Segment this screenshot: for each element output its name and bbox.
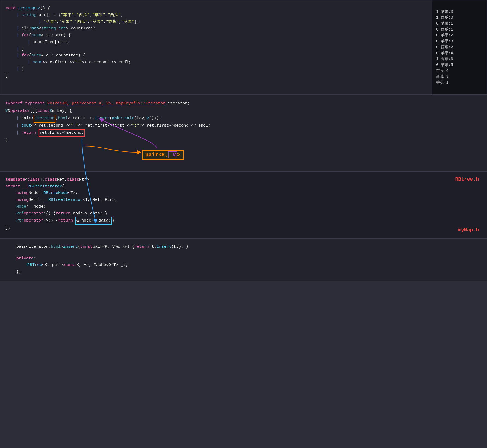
panel-rbtree: RBtree.h template < class T, class Ref, … (0, 171, 487, 238)
function-name: testMap02 (18, 5, 40, 12)
keyword: void (6, 5, 16, 12)
code-line: | for ( auto & x : arr) { (6, 32, 427, 39)
code-line: struct __RBTreeIterator { (5, 183, 482, 190)
code-line: void testMap02 () { (6, 5, 427, 12)
code-line: | cl:: map < string , int > countTree; (6, 25, 427, 32)
code-line: | cout << ret.second << " " << ret.first… (5, 123, 482, 129)
label-mymap: myMap.h (458, 227, 479, 233)
code-line: | } (6, 66, 427, 73)
gutter-bar: | (17, 66, 19, 73)
gutter-bar: | (17, 25, 19, 32)
panel-top: void testMap02 () { | string arr[] = { "… (0, 0, 487, 95)
code-line: | return ret.first->second; (5, 129, 482, 137)
gutter-bar: | (28, 39, 30, 46)
code-line: V & operator []( const K & key) { (5, 108, 482, 115)
gutter-bar: | (28, 59, 30, 66)
spacer (16, 250, 482, 255)
gutter-bar: | (16, 123, 19, 129)
code-line: | "苹果" , "苹果" , "西瓜" , "苹果" , "香蕉" , "苹果… (6, 19, 427, 26)
gutter-bar: | (17, 12, 19, 19)
code-line: RBTree <K, pair< const K, V>, MapKeyOfT>… (16, 262, 482, 269)
code-line: | for ( auto & e : countTree) { (6, 52, 427, 59)
code-line: | countTree[x]++; (6, 39, 427, 46)
code-line: }; (16, 269, 482, 276)
code-line: | pair< iterator , bool > ret = _t. Inse… (5, 115, 482, 123)
code-line: }; (5, 225, 482, 232)
code-line: } (5, 137, 482, 144)
gutter-bar: | (16, 130, 19, 136)
code-line: | } (6, 46, 427, 53)
code-line: using Self = __RBTreeIterator <T, Ref, P… (5, 197, 482, 204)
code-line: using Node = RBtreeNode <T>; (5, 190, 482, 197)
gutter-bar: | (17, 52, 19, 59)
code-line: | string arr[] = { "苹果" , "西瓜" , "苹果" , … (6, 12, 427, 19)
code-line: typedef typename RBTree<K, pair<const K,… (5, 100, 482, 107)
code-line: Ref operator *() { return _node->_data; … (5, 210, 482, 217)
output-box: 1 苹果:0 1 西瓜:0 0 苹果:1 0 西瓜:1 0 苹果:2 0 苹果:… (432, 0, 487, 94)
code-line: Node * _node; (5, 204, 482, 210)
gutter-bar: | (17, 32, 19, 39)
box-iterator: iterator (34, 115, 55, 123)
gutter-bar: | (39, 19, 41, 26)
code-line: | cout << e.first << ":" << e.second << … (6, 59, 427, 66)
code-line: } (6, 73, 427, 80)
code-line: private : (16, 255, 482, 262)
code-line: template < class T, class Ref, class Ptr… (5, 177, 482, 183)
box-node-data: &_node->_data; (75, 217, 112, 225)
box-ret-first-second: ret.first->second; (39, 129, 85, 137)
annotation-pair-kv: pair<K, V> (142, 150, 184, 160)
gutter-bar: | (16, 115, 19, 122)
gutter-bar: | (17, 46, 19, 53)
panel-last: pair<iterator, bool > insert ( const pai… (0, 238, 487, 281)
panel-mid: typedef typename RBTree<K, pair<const K,… (0, 95, 487, 171)
code-top: void testMap02 () { | string arr[] = { "… (0, 0, 432, 94)
code-line: pair<iterator, bool > insert ( const pai… (16, 244, 482, 250)
code-line: Ptr operator ->() { return &_node->_data… (5, 217, 482, 225)
